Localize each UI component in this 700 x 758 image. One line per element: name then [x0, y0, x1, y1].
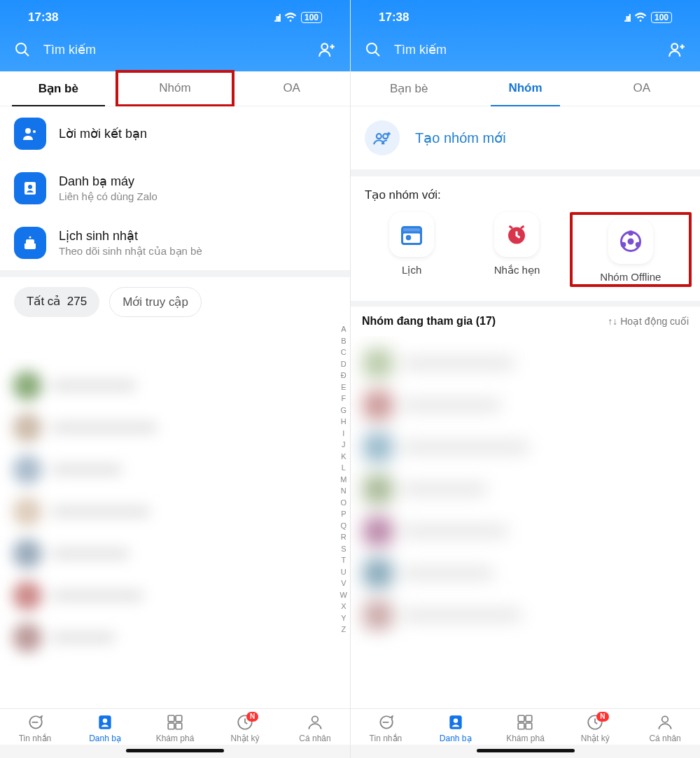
tab-groups[interactable]: Nhóm — [117, 71, 234, 106]
nav-diary[interactable]: NNhật ký — [560, 713, 630, 743]
svg-rect-41 — [526, 715, 533, 722]
nav-diary[interactable]: NNhật ký — [210, 713, 280, 743]
joined-groups-label: Nhóm đang tham gia (17) — [362, 315, 496, 328]
svg-point-12 — [103, 719, 108, 724]
nav-me[interactable]: Cá nhân — [280, 713, 350, 743]
status-icons: .ııl 100 — [274, 11, 322, 24]
svg-point-19 — [367, 43, 377, 53]
item-title: Lịch sinh nhật — [59, 228, 202, 244]
svg-point-30 — [407, 236, 410, 239]
nav-messages[interactable]: Tin nhắn — [0, 713, 70, 743]
home-indicator — [477, 749, 575, 752]
search-bar[interactable]: Tìm kiếm — [0, 32, 350, 71]
tile-reminder[interactable]: Nhắc hẹn — [464, 212, 569, 287]
svg-point-36 — [622, 243, 625, 246]
create-with-label: Tạo nhóm với: — [351, 176, 700, 208]
add-friend-icon[interactable] — [668, 41, 686, 59]
svg-rect-40 — [519, 715, 525, 722]
filter-all[interactable]: Tất cả 275 — [14, 287, 99, 317]
nav-contacts[interactable]: Danh bạ — [70, 713, 140, 743]
item-friend-requests[interactable]: Lời mời kết bạn — [0, 106, 350, 161]
svg-rect-43 — [526, 723, 533, 729]
create-group[interactable]: Tạo nhóm mới — [351, 106, 700, 169]
tile-row: Lịch Nhắc hẹn Nhóm Offline — [351, 208, 700, 301]
tab-friends[interactable]: Bạn bè — [351, 71, 467, 106]
nav-me[interactable]: Cá nhân — [630, 713, 700, 743]
sort-icon: ↑↓ — [608, 316, 617, 327]
friend-requests-icon — [14, 118, 46, 150]
alarm-icon — [494, 212, 539, 257]
svg-line-1 — [24, 52, 29, 56]
tab-bar: Bạn bè Nhóm OA — [351, 71, 700, 106]
svg-point-9 — [29, 237, 31, 239]
content-right: Tạo nhóm mới Tạo nhóm với: Lịch Nhắc hẹn… — [351, 106, 700, 708]
svg-rect-16 — [176, 723, 182, 729]
bottom-nav: Tin nhắn Danh bạ Khám phá NNhật ký Cá nh… — [0, 708, 350, 745]
search-bar[interactable]: Tìm kiếm — [351, 32, 700, 71]
offline-group-icon — [608, 219, 653, 264]
nav-contacts[interactable]: Danh bạ — [421, 713, 491, 743]
svg-point-18 — [312, 716, 318, 722]
tile-calendar[interactable]: Lịch — [359, 212, 464, 287]
item-birthdays[interactable]: Lịch sinh nhậtTheo dõi sinh nhật của bạn… — [0, 216, 350, 270]
filter-recent[interactable]: Mới truy cập — [109, 287, 202, 317]
item-title: Danh bạ máy — [59, 174, 158, 189]
svg-rect-29 — [402, 232, 421, 244]
status-bar: 17:38 .ııl 100 — [0, 0, 350, 32]
svg-point-45 — [662, 716, 668, 722]
tab-bar: Bạn bè Nhóm OA — [0, 71, 350, 106]
nav-messages[interactable]: Tin nhắn — [351, 713, 421, 743]
svg-point-0 — [16, 43, 26, 53]
tab-groups[interactable]: Nhóm — [467, 71, 583, 106]
discover-icon — [516, 713, 534, 731]
svg-point-35 — [636, 243, 640, 246]
item-phone-contacts[interactable]: Danh bạ máyLiên hệ có dùng Zalo — [0, 161, 350, 216]
contacts-icon — [96, 713, 114, 731]
tab-oa[interactable]: OA — [233, 71, 350, 106]
signal-icon: .ııl — [274, 12, 280, 24]
nav-discover[interactable]: Khám phá — [140, 713, 210, 743]
clock: 17:38 — [379, 10, 409, 24]
battery-icon: 100 — [651, 12, 672, 23]
sort-button[interactable]: ↑↓Hoạt động cuối — [608, 316, 689, 327]
status-bar: 17:38 .ııl 100 — [351, 0, 700, 32]
add-friend-icon[interactable] — [318, 41, 336, 59]
battery-icon: 100 — [301, 12, 322, 23]
svg-point-21 — [671, 43, 678, 50]
nav-discover[interactable]: Khám phá — [491, 713, 561, 743]
divider — [0, 270, 350, 277]
clock: 17:38 — [28, 10, 58, 24]
header: 17:38 .ııl 100 Tìm kiếm — [351, 0, 700, 71]
content-left: Lời mời kết bạn Danh bạ máyLiên hệ có dù… — [0, 106, 350, 708]
item-sub: Liên hệ có dùng Zalo — [59, 190, 158, 203]
divider — [351, 169, 700, 176]
svg-point-2 — [321, 43, 328, 50]
wifi-icon — [284, 11, 297, 24]
tab-friends[interactable]: Bạn bè — [0, 71, 117, 106]
contacts-icon — [447, 713, 465, 731]
profile-icon — [656, 713, 674, 731]
search-icon — [14, 41, 31, 58]
tile-offline-group[interactable]: Nhóm Offline — [578, 219, 683, 283]
search-placeholder: Tìm kiếm — [43, 42, 305, 57]
badge: N — [596, 712, 608, 722]
discover-icon — [166, 713, 184, 731]
svg-point-34 — [629, 232, 633, 235]
create-group-icon — [365, 120, 400, 155]
svg-rect-42 — [519, 723, 525, 729]
bottom-nav: Tin nhắn Danh bạ Khám phá NNhật ký Cá nh… — [351, 708, 700, 745]
calendar-icon — [389, 212, 434, 257]
highlight-offline-group: Nhóm Offline — [570, 212, 692, 287]
blurred-contact-list — [0, 358, 350, 708]
tab-oa[interactable]: OA — [584, 71, 700, 106]
search-icon — [365, 41, 382, 58]
create-group-label: Tạo nhóm mới — [415, 129, 506, 146]
profile-icon — [306, 713, 324, 731]
svg-rect-13 — [168, 715, 174, 722]
svg-point-39 — [453, 719, 458, 724]
svg-point-25 — [383, 134, 388, 139]
svg-point-33 — [629, 239, 633, 244]
message-icon — [26, 713, 44, 731]
phone-left: 17:38 .ııl 100 Tìm kiếm Bạn bè Nhóm OA L… — [0, 0, 350, 758]
item-sub: Theo dõi sinh nhật của bạn bè — [59, 245, 202, 258]
